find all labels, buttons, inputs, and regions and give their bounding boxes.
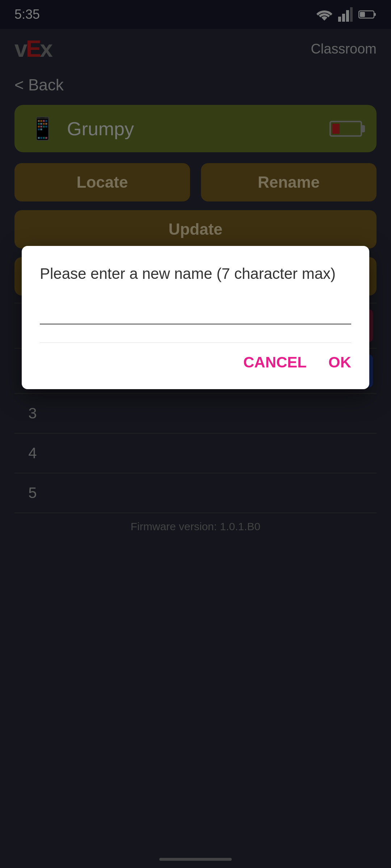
- rename-input[interactable]: [40, 298, 351, 324]
- cancel-button[interactable]: CANCEL: [243, 350, 307, 375]
- overlay: [0, 0, 391, 868]
- ok-button[interactable]: OK: [328, 350, 351, 375]
- rename-dialog: Please enter a new name (7 character max…: [22, 246, 369, 389]
- dialog-actions: CANCEL OK: [40, 350, 351, 378]
- dialog-divider: [40, 342, 351, 343]
- dialog-message: Please enter a new name (7 character max…: [40, 264, 351, 284]
